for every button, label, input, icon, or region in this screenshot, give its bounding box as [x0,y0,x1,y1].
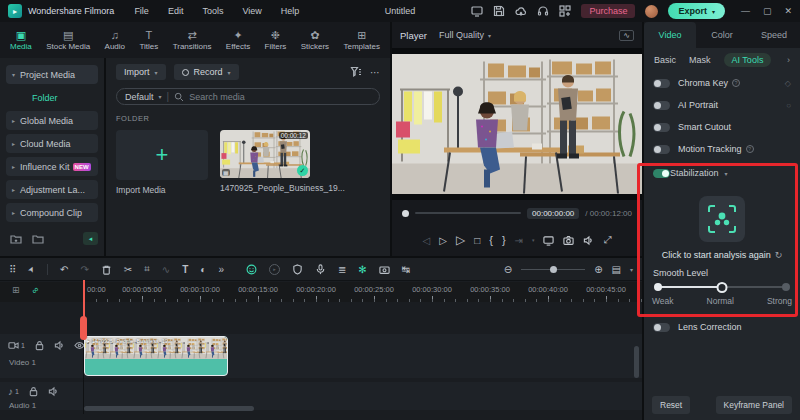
redo-icon[interactable]: ↷ [80,264,88,275]
lock-track-icon[interactable] [34,340,45,351]
menu-edit[interactable]: Edit [168,6,184,16]
chevron-down-icon[interactable]: ▾ [532,237,535,243]
sidebar-item-project-media[interactable]: ▾Project Media [6,65,98,84]
ai-copilot-icon[interactable] [246,264,257,275]
menu-file[interactable]: File [134,6,149,16]
volume-icon[interactable] [583,235,594,246]
keyframe-icon[interactable]: ◇ [785,79,791,88]
help-icon[interactable]: ? [732,79,740,87]
motion-tracking-toggle[interactable] [653,145,670,154]
text-tool-icon[interactable]: T [182,264,188,275]
toolbox-grid-icon[interactable]: ⠿ [9,264,16,275]
snapshot-camera-icon[interactable] [563,235,574,246]
sidebar-item-global-media[interactable]: ▸Global Media [6,111,98,130]
collapse-sidebar-button[interactable]: ◂ [83,232,98,245]
subtab-ai-tools[interactable]: AI Tools [724,53,772,67]
new-folder-icon[interactable] [10,233,22,245]
chroma-key-toggle[interactable] [653,79,670,88]
tab-audio[interactable]: ♫Audio [105,29,125,51]
marker-icon[interactable] [292,264,303,275]
ai-portrait-toggle[interactable] [653,101,670,110]
menu-tools[interactable]: Tools [202,6,223,16]
mask-tool-icon[interactable]: ◐ [200,264,206,275]
avatar[interactable] [645,5,658,18]
timeline-ruler[interactable]: ⊞ ∞ 00:00 00:00:05:00 00:00:10:00 00:00:… [0,282,642,302]
lock-track-icon[interactable] [28,386,39,397]
smooth-level-slider[interactable] [654,280,790,294]
stabilization-toggle[interactable] [653,169,670,178]
subtab-mask[interactable]: Mask [689,55,711,65]
display-layout-icon[interactable] [471,5,483,17]
window-close-button[interactable]: ✕ [784,6,792,16]
speed-ramp-icon[interactable]: ∿ [162,264,170,275]
next-frame-button[interactable]: ▷ [439,235,447,246]
slider-weak-stop[interactable] [654,283,662,291]
render-play-icon[interactable]: ▸ [269,264,280,275]
analysis-label[interactable]: Click to start analysis again↻ [644,250,800,260]
beat-detection-icon[interactable]: ✻ [358,264,366,275]
import-button[interactable]: Import▾ [116,64,166,80]
search-input[interactable] [189,92,371,102]
tab-stickers[interactable]: ✿Stickers [301,29,329,51]
reset-button[interactable]: Reset [652,396,690,414]
slider-handle[interactable] [717,282,728,293]
filter-icon[interactable] [350,66,362,78]
sidebar-item-folder[interactable]: Folder [6,88,98,107]
keyframe-panel-button[interactable]: Keyframe Panel [716,396,792,414]
more-tools-icon[interactable]: » [218,264,224,275]
timeline-horizontal-scrollbar[interactable] [84,406,254,411]
zoom-in-icon[interactable]: ⊕ [594,264,602,275]
tab-video[interactable]: Video [644,22,696,48]
play-button[interactable]: ▷ [456,233,465,247]
split-icon[interactable]: ✂ [124,264,132,275]
sidebar-item-influence-kit[interactable]: ▸Influence KitNEW [6,157,98,176]
lens-correction-toggle[interactable] [653,323,670,332]
zoom-out-icon[interactable]: ⊖ [504,264,512,275]
import-media-tile[interactable]: + [116,130,208,180]
stop-button[interactable]: □ [474,235,480,246]
save-project-icon[interactable] [493,5,505,17]
menu-help[interactable]: Help [281,6,300,16]
apps-grid-icon[interactable] [559,5,571,17]
keyframe-icon[interactable]: ○ [786,101,791,110]
timeline-zoom-slider[interactable] [521,264,585,274]
record-button[interactable]: Record▾ [174,64,239,80]
tab-templates[interactable]: ⊞Templates [344,29,380,51]
previous-frame-button[interactable]: ◁ [423,235,431,246]
smart-cutout-toggle[interactable] [653,123,670,132]
window-minimize-button[interactable]: — [741,6,750,16]
purchase-button[interactable]: Purchase [581,4,635,18]
video-preview[interactable] [392,48,642,200]
sidebar-item-compound-clip[interactable]: ▸Compound Clip [6,203,98,222]
mark-in-button[interactable]: { [489,234,493,246]
analysis-button[interactable] [699,196,745,242]
sidebar-item-cloud-media[interactable]: ▸Cloud Media [6,134,98,153]
display-mode-icon[interactable] [543,235,554,246]
timeline-vertical-scrollbar[interactable] [634,346,639,378]
playhead-handle[interactable] [80,316,87,340]
tab-color[interactable]: Color [696,22,748,48]
export-button[interactable]: Export▾ [668,3,725,19]
sidebar-item-adjustment-layer[interactable]: ▸Adjustment La... [6,180,98,199]
media-clip-thumbnail[interactable]: 00:00:12 ▦ ✓ [220,130,310,178]
timeline-video-clip[interactable]: ▸ 1470925_People_Business_19... [84,336,228,376]
mute-track-icon[interactable] [54,340,65,351]
render-preview-button[interactable]: ⇥ [515,235,523,246]
delete-icon[interactable] [101,264,112,275]
seek-handle[interactable] [402,210,409,217]
undo-icon[interactable]: ↶ [60,264,68,275]
sort-dropdown[interactable]: Default [125,92,154,102]
scopes-icon[interactable]: ∿ [619,30,634,41]
tab-speed[interactable]: Speed [748,22,800,48]
window-maximize-button[interactable]: ▢ [763,6,772,16]
more-options-icon[interactable]: ⋯ [370,67,380,78]
mark-out-button[interactable]: } [502,234,506,246]
slider-strong-stop[interactable] [782,283,790,291]
snapshot-icon[interactable] [379,264,390,275]
chevron-down-icon[interactable]: ▾ [630,266,633,273]
tab-transitions[interactable]: ⇄Transitions [173,29,212,51]
tab-media[interactable]: ▣Media [10,29,32,51]
seek-track[interactable] [415,212,521,214]
link-clips-icon[interactable]: ∞ [29,284,41,296]
mute-track-icon[interactable] [48,386,59,397]
